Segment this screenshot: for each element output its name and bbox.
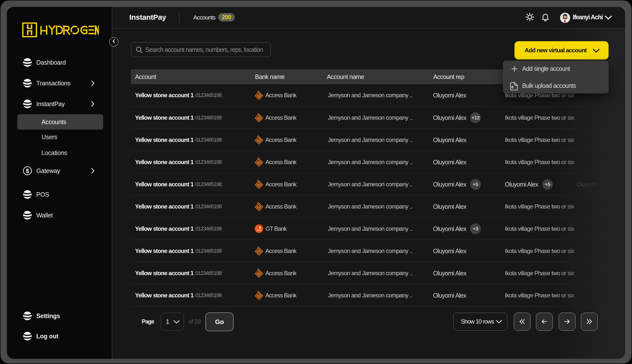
svg-text:GTCO: GTCO	[257, 229, 261, 231]
svg-text:$: $	[26, 168, 29, 174]
